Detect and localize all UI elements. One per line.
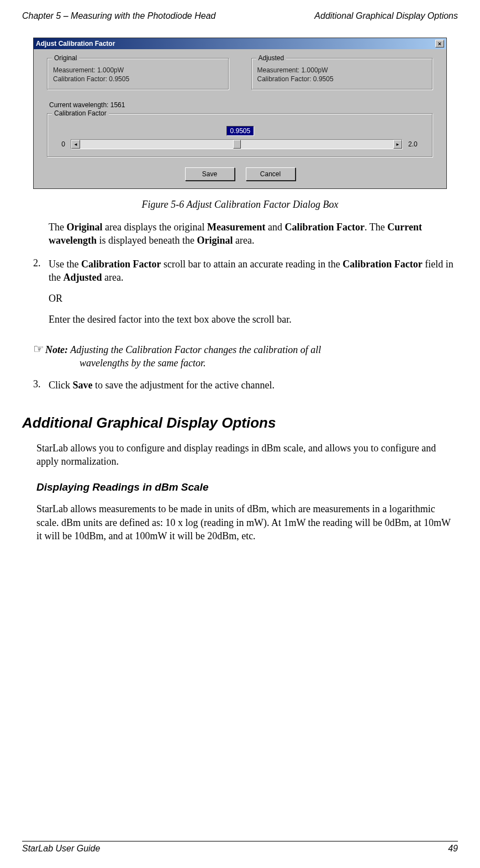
adjusted-group: Adjusted Measurement: 1.000pW Calibratio… — [251, 58, 434, 90]
step-number: 2. — [33, 257, 49, 334]
section-paragraph: StarLab allows you to configure and disp… — [36, 441, 452, 469]
dialog-title: Adjust Calibration Factor — [36, 40, 115, 48]
current-wavelength: Current wavelength: 1561 — [49, 101, 433, 109]
dialog-titlebar: Adjust Calibration Factor × — [34, 38, 446, 49]
figure-caption: Figure 5-6 Adjust Calibration Factor Dia… — [22, 199, 458, 211]
cancel-button[interactable]: Cancel — [246, 167, 296, 181]
adjusted-measurement: Measurement: 1.000pW — [257, 66, 428, 74]
calibration-factor-input[interactable]: 0.9505 — [226, 126, 254, 136]
original-calibration: Calibration Factor: 0.9505 — [53, 75, 223, 83]
calibration-scrollbar[interactable]: ◄ ► — [71, 139, 403, 149]
adjusted-calibration: Calibration Factor: 0.9505 — [257, 75, 428, 83]
note: ☞ Note: Adjusting the Calibration Factor… — [33, 343, 458, 370]
header-right: Additional Graphical Display Options — [314, 11, 458, 21]
step-2: 2. Use the Calibration Factor scroll bar… — [33, 257, 458, 334]
subsection-paragraph: StarLab allows measurements to be made i… — [36, 502, 452, 543]
subsection-heading: Displaying Readings in dBm Scale — [36, 481, 458, 493]
note-hand-icon: ☞ — [33, 343, 44, 355]
section-heading: Additional Graphical Display Options — [22, 414, 458, 432]
original-measurement: Measurement: 1.000pW — [53, 66, 223, 74]
adjusted-legend: Adjusted — [256, 54, 287, 62]
step-number: 3. — [33, 378, 49, 399]
original-legend: Original — [52, 54, 79, 62]
scroll-min: 0 — [57, 140, 65, 148]
original-group: Original Measurement: 1.000pW Calibratio… — [47, 58, 229, 90]
calibration-factor-group: Calibration Factor 0.9505 0 ◄ ► 2.0 — [47, 113, 433, 157]
header-left: Chapter 5 – Measuring with the Photodiod… — [22, 11, 215, 21]
close-icon[interactable]: × — [435, 40, 444, 48]
adjust-calibration-dialog: Adjust Calibration Factor × Original Mea… — [33, 38, 447, 189]
scroll-left-icon[interactable]: ◄ — [71, 140, 80, 149]
page-footer: StarLab User Guide 49 — [22, 841, 458, 854]
footer-page-number: 49 — [448, 844, 458, 854]
calibration-factor-legend: Calibration Factor — [52, 109, 109, 117]
scroll-max: 2.0 — [408, 140, 423, 148]
scroll-thumb[interactable] — [233, 140, 241, 149]
scroll-right-icon[interactable]: ► — [393, 140, 402, 149]
footer-left: StarLab User Guide — [22, 844, 100, 854]
dialog-screenshot: Adjust Calibration Factor × Original Mea… — [33, 38, 447, 189]
save-button[interactable]: Save — [185, 167, 235, 181]
note-label: Note: — [45, 344, 68, 355]
page-header: Chapter 5 – Measuring with the Photodiod… — [22, 11, 458, 21]
step-3: 3. Click Save to save the adjustment for… — [33, 378, 458, 399]
intro-paragraph: The Original area displays the original … — [49, 220, 452, 248]
